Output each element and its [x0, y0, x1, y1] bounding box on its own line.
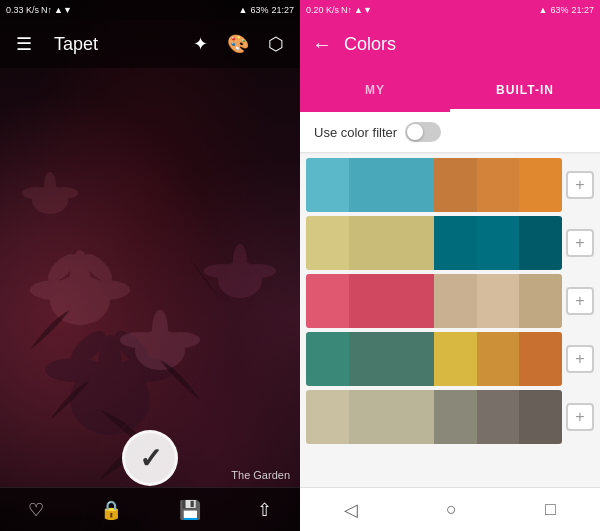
top-app-bar-right: ← Colors — [300, 20, 600, 68]
swatch-1-3[interactable] — [391, 158, 434, 212]
color-row-3: + — [306, 274, 594, 328]
add-palette-5-button[interactable]: + — [566, 403, 594, 431]
swatch-4-1[interactable] — [306, 332, 349, 386]
svg-point-13 — [80, 280, 130, 300]
toggle-knob — [407, 124, 423, 140]
swatch-1-4[interactable] — [434, 158, 477, 212]
add-palette-4-button[interactable]: + — [566, 345, 594, 373]
swatch-3-4[interactable] — [434, 274, 477, 328]
swatch-5-4[interactable] — [434, 390, 477, 444]
back-nav-icon[interactable]: ◁ — [344, 499, 358, 521]
swatch-1-1[interactable] — [306, 158, 349, 212]
recents-nav-icon[interactable]: □ — [545, 499, 556, 520]
swatch-3-5[interactable] — [477, 274, 520, 328]
swatch-3-3[interactable] — [391, 274, 434, 328]
swatch-2-5[interactable] — [477, 216, 520, 270]
left-panel: 0.33 K/s N↑ ▲▼ ▲ 63% 21:27 ☰ Tapet ✦ 🎨 ⬡… — [0, 0, 300, 531]
swatch-2-2[interactable] — [349, 216, 392, 270]
color-palette-4[interactable] — [306, 332, 562, 386]
status-icons-right: ▲ 63% 21:27 — [539, 5, 594, 15]
svg-point-18 — [204, 264, 240, 278]
color-row-4: + — [306, 332, 594, 386]
swatch-1-2[interactable] — [349, 158, 392, 212]
status-speed-left: 0.33 K/s N↑ ▲▼ — [6, 5, 72, 15]
color-row-1: + — [306, 158, 594, 212]
tabs-bar: MY BUILT-IN — [300, 68, 600, 112]
screen-title: Colors — [344, 34, 396, 55]
export-icon[interactable]: ⬡ — [262, 30, 290, 58]
svg-point-19 — [240, 264, 276, 278]
swatch-4-3[interactable] — [391, 332, 434, 386]
swatch-5-5[interactable] — [477, 390, 520, 444]
bottom-bar-left: ♡ 🔒 💾 ⇧ — [0, 487, 300, 531]
color-palette-1[interactable] — [306, 158, 562, 212]
wallpaper-label: The Garden — [231, 469, 290, 481]
status-speed-right: 0.20 K/s N↑ ▲▼ — [306, 5, 372, 15]
swatch-2-1[interactable] — [306, 216, 349, 270]
svg-point-12 — [30, 280, 80, 300]
status-icons-left: ▲ 63% 21:27 — [239, 5, 294, 15]
swatch-1-6[interactable] — [519, 158, 562, 212]
share-icon[interactable]: ⇧ — [257, 499, 272, 521]
add-palette-2-button[interactable]: + — [566, 229, 594, 257]
app-title: Tapet — [54, 34, 176, 55]
swatch-2-3[interactable] — [391, 216, 434, 270]
swatch-4-5[interactable] — [477, 332, 520, 386]
swatch-3-6[interactable] — [519, 274, 562, 328]
status-bar-right: 0.20 K/s N↑ ▲▼ ▲ 63% 21:27 — [300, 0, 600, 20]
checkmark-icon: ✓ — [139, 442, 162, 475]
save-icon[interactable]: 💾 — [179, 499, 201, 521]
swatch-5-1[interactable] — [306, 390, 349, 444]
palette-icon[interactable]: 🎨 — [224, 30, 252, 58]
swatch-2-6[interactable] — [519, 216, 562, 270]
back-button[interactable]: ← — [312, 33, 332, 56]
swatch-5-3[interactable] — [391, 390, 434, 444]
home-nav-icon[interactable]: ○ — [446, 499, 457, 520]
color-row-5: + — [306, 390, 594, 444]
svg-point-23 — [50, 187, 78, 199]
color-row-2: + — [306, 216, 594, 270]
top-app-bar-left: ☰ Tapet ✦ 🎨 ⬡ — [0, 20, 300, 68]
swatch-1-5[interactable] — [477, 158, 520, 212]
tab-my[interactable]: MY — [300, 68, 450, 112]
swatch-5-6[interactable] — [519, 390, 562, 444]
right-panel: 0.20 K/s N↑ ▲▼ ▲ 63% 21:27 ← Colors MY B… — [300, 0, 600, 531]
effect-icon[interactable]: ✦ — [186, 30, 214, 58]
color-palette-3[interactable] — [306, 274, 562, 328]
swatch-4-2[interactable] — [349, 332, 392, 386]
tab-built-in[interactable]: BUILT-IN — [450, 68, 600, 112]
color-filter-toggle[interactable] — [405, 122, 441, 142]
color-palette-5[interactable] — [306, 390, 562, 444]
filter-label: Use color filter — [314, 125, 397, 140]
colors-grid: + + — [300, 152, 600, 487]
status-bar-left: 0.33 K/s N↑ ▲▼ ▲ 63% 21:27 — [0, 0, 300, 20]
swatch-4-4[interactable] — [434, 332, 477, 386]
swatch-2-4[interactable] — [434, 216, 477, 270]
add-palette-3-button[interactable]: + — [566, 287, 594, 315]
svg-point-22 — [22, 187, 50, 199]
add-palette-1-button[interactable]: + — [566, 171, 594, 199]
color-palette-2[interactable] — [306, 216, 562, 270]
bottom-nav-right: ◁ ○ □ — [300, 487, 600, 531]
svg-point-9 — [160, 332, 200, 348]
swatch-4-6[interactable] — [519, 332, 562, 386]
select-button[interactable]: ✓ — [122, 430, 178, 486]
swatch-3-1[interactable] — [306, 274, 349, 328]
favorite-icon[interactable]: ♡ — [28, 499, 44, 521]
svg-point-8 — [120, 332, 160, 348]
filter-bar: Use color filter — [300, 112, 600, 152]
swatch-5-2[interactable] — [349, 390, 392, 444]
lock-icon[interactable]: 🔒 — [100, 499, 122, 521]
menu-icon[interactable]: ☰ — [10, 30, 38, 58]
swatch-3-2[interactable] — [349, 274, 392, 328]
